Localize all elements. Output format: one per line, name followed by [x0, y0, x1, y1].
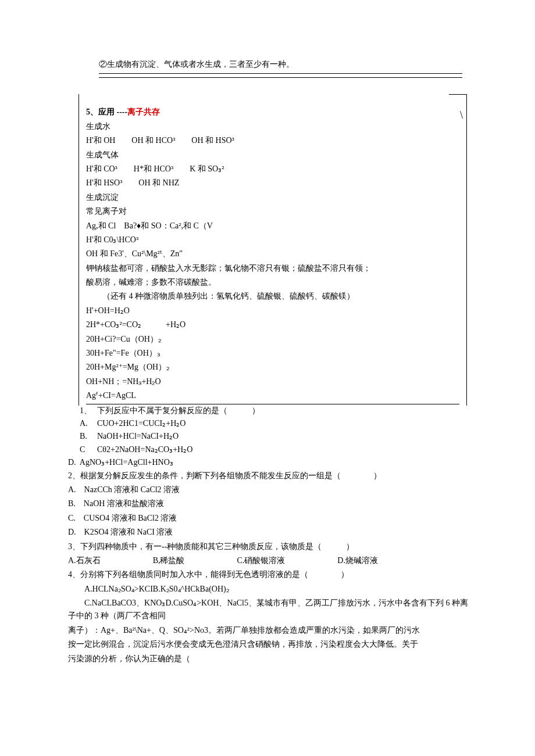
q3-optC: C.硝酸银溶液 [237, 554, 285, 567]
box-line: H'和 OH OH 和 HCO³ OH 和 HSO³ [86, 134, 459, 147]
box-line: 生成沉淀 [86, 191, 459, 204]
box-line: H'和 HSO³ OH 和 NHZ [86, 177, 459, 189]
q1-optA: CUO+2HC1=CUCI₂+H₂O [97, 417, 468, 430]
q1-optB-label: B. [79, 430, 97, 443]
q1-optB: NaOH+HCl=NaCI+H₂O [97, 430, 468, 443]
stray-slash: \ [460, 107, 463, 124]
q1-optC-label: C [79, 443, 97, 456]
q1-optD-label: D. [68, 458, 76, 467]
q1-optC-row: C Cθ2+2NaOH=Na₂CO₃+H₂O [79, 443, 468, 456]
q3-options: A.石灰石B,稀盐酸C.硝酸银溶液D.烧碱溶液 [68, 554, 468, 567]
section-5-title: 5、应用 ----离子共存 [86, 106, 459, 119]
q5-line: 离子）：Ag+、Ba²\Na+、Q、SO₄²>No3。若两厂单独排放都会造成严重… [68, 624, 468, 637]
box-line: Agᶠ+CI=AgCL [86, 389, 459, 402]
q2-optA: A. NazCCh 溶液和 CaCl2 溶液 [68, 483, 468, 496]
q3-optD: D.烧碱溶液 [337, 554, 378, 567]
box-line: H'和 CO³ H*和 HCO³ K 和 SO₃² [86, 163, 459, 175]
box-top-border [449, 94, 466, 95]
box-line: Ag,和 Cl Ba?♦和 SO：Ca²,和 C（V [86, 220, 459, 232]
q1-stem-row: 1、 下列反应中不属于复分解反应的是（ ） [79, 404, 468, 417]
q1-optD: AgNO₃+HCl=AgCll+HNO₃ [80, 458, 173, 467]
q1-optA-row: A. CUO+2HC1=CUCI₂+H₂O [79, 417, 468, 430]
q1-optA-label: A. [79, 417, 97, 430]
q3-optA: A.石灰石 [68, 554, 101, 567]
box-line: 钾钠核盐都可溶，硝酸盐入水无影踪；氯化物不溶只有银；硫酸盐不溶只有领； [86, 262, 459, 275]
box-line: 20H+Ci?=Cu（OH）₂ [86, 333, 459, 346]
box-line: （还有 4 种微溶物质单独列出：氢氧化钙、硫酸银、硫酸钙、碳酸镁） [86, 290, 459, 303]
box-line: 2H*+CO₃²=CO₂ +H₂O [86, 318, 459, 331]
q1-number: 1、 [79, 404, 97, 417]
box-line: 常见离子对 [86, 205, 459, 218]
box-line: 20H+Mg²⁺=Mg（OH）₂ [86, 361, 459, 374]
box-line: 生成水 [86, 120, 459, 133]
box-line: H'和 C0₃\HCO³ [86, 234, 459, 246]
boxed-section: \ 5、应用 ----离子共存 生成水 H'和 OH OH 和 HCO³ OH … [79, 94, 467, 405]
title-red: 离子共存 [127, 108, 160, 116]
q1-optD-row: D. AgNO₃+HCl=AgCll+HNO₃ [68, 456, 468, 469]
q2-optD: D. K2SO4 溶液和 NaCI 溶液 [68, 526, 468, 539]
box-line: OH+NH；=NH₃+H₂O [86, 375, 459, 388]
q3-stem: 3、下列四种物质中，有一--种物质能和其它三种物质反应，该物质是（ ） [68, 540, 468, 553]
q2-optC: C. CUSO4 溶液和 BaCl2 溶液 [68, 512, 468, 525]
q2-stem: 2、根据复分解反应发生的条件，判断下列各组物质不能发生反应的一组是（ ） [68, 470, 468, 482]
q5-line: 污染源的分析，你认为正确的是（ [68, 653, 468, 665]
rule-text: ②生成物有沉淀、气体或者水生成，三者至少有一种。 [99, 60, 294, 69]
q1-optC: Cθ2+2NaOH=Na₂CO₃+H₂O [97, 443, 468, 456]
box-line: OH 和 Fe3'、Cu²\Mg²ᵗ、Zn" [86, 248, 459, 260]
q4-stem: 4、分别将下列各组物质同时加入水中，能得到无色透明溶液的是（ ） [68, 568, 468, 581]
q1-optB-row: B. NaOH+HCl=NaCI+H₂O [79, 430, 468, 443]
box-line: 生成气体 [86, 149, 459, 162]
box-line: H'+OH=H₂O [86, 304, 459, 317]
header-rule: ②生成物有沉淀、气体或者水生成，三者至少有一种。 [99, 58, 462, 74]
box-line: 30H+Fe"=Fe（OH）₃ [86, 347, 459, 360]
q4-optCD-q5: C.NaCLBaCO3、KNO₃D.CuSO₄>KOH、NaCl5、某城市有甲、… [68, 597, 468, 623]
q5-line: 按一定比例混合，沉淀后污水便会变成无色澄清只含硝酸钠，再排放，污染程度会大大降低… [68, 638, 468, 651]
q2-optB: B. NaOH 溶液和盐酸溶液 [68, 497, 468, 510]
q1-stem: 下列反应中不属于复分解反应的是（ ） [97, 404, 468, 417]
header-rule-2 [99, 76, 462, 78]
q3-optB: B,稀盐酸 [153, 554, 185, 567]
box-bottom-border [86, 404, 459, 404]
q4-optAB: A.HCLNa₂SO₄>KCIB.K₂S0₄^HCkBa(OH)₂ [68, 583, 468, 596]
title-prefix: 5、应用 ---- [86, 108, 127, 116]
box-line: 酸易溶，碱难溶；多数不溶碳酸盐。 [86, 276, 459, 289]
question-1: 1、 下列反应中不属于复分解反应的是（ ） A. CUO+2HC1=CUCI₂+… [79, 404, 468, 457]
